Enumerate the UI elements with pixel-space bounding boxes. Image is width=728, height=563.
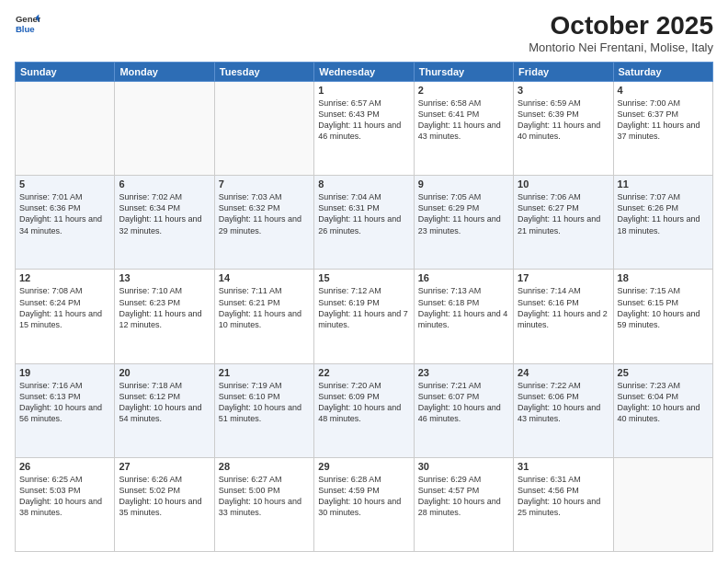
day-number: 26	[19, 461, 110, 472]
day-info: Sunrise: 7:23 AM Sunset: 6:04 PM Dayligh…	[618, 380, 709, 425]
day-number: 19	[19, 367, 110, 378]
table-row: 24Sunrise: 7:22 AM Sunset: 6:06 PM Dayli…	[514, 363, 613, 457]
table-row: 27Sunrise: 6:26 AM Sunset: 5:02 PM Dayli…	[115, 457, 214, 551]
day-number: 2	[418, 85, 509, 96]
day-number: 14	[219, 272, 310, 283]
day-number: 28	[219, 461, 310, 472]
logo: General Blue	[15, 11, 40, 37]
col-wednesday: Wednesday	[314, 63, 414, 82]
day-number: 29	[318, 461, 409, 472]
day-info: Sunrise: 7:15 AM Sunset: 6:15 PM Dayligh…	[618, 285, 709, 330]
day-info: Sunrise: 6:57 AM Sunset: 6:43 PM Dayligh…	[318, 98, 409, 143]
logo-icon: General Blue	[15, 11, 40, 37]
table-row: 22Sunrise: 7:20 AM Sunset: 6:09 PM Dayli…	[314, 363, 414, 457]
day-info: Sunrise: 7:06 AM Sunset: 6:27 PM Dayligh…	[518, 191, 609, 236]
table-row: 5Sunrise: 7:01 AM Sunset: 6:36 PM Daylig…	[16, 176, 115, 270]
col-friday: Friday	[514, 63, 613, 82]
table-row: 1Sunrise: 6:57 AM Sunset: 6:43 PM Daylig…	[314, 82, 414, 176]
day-info: Sunrise: 7:11 AM Sunset: 6:21 PM Dayligh…	[219, 285, 310, 330]
table-row: 14Sunrise: 7:11 AM Sunset: 6:21 PM Dayli…	[214, 270, 313, 363]
subtitle: Montorio Nei Frentani, Molise, Italy	[529, 40, 713, 54]
day-info: Sunrise: 7:05 AM Sunset: 6:29 PM Dayligh…	[418, 191, 509, 236]
calendar-week-row: 5Sunrise: 7:01 AM Sunset: 6:36 PM Daylig…	[16, 176, 713, 270]
day-info: Sunrise: 7:16 AM Sunset: 6:13 PM Dayligh…	[19, 380, 110, 425]
day-number: 10	[518, 178, 609, 190]
day-info: Sunrise: 7:22 AM Sunset: 6:06 PM Dayligh…	[518, 380, 609, 425]
day-number: 22	[318, 367, 409, 378]
day-info: Sunrise: 7:02 AM Sunset: 6:34 PM Dayligh…	[119, 191, 210, 236]
col-sunday: Sunday	[16, 63, 115, 82]
day-number: 16	[418, 272, 509, 283]
table-row: 2Sunrise: 6:58 AM Sunset: 6:41 PM Daylig…	[414, 82, 513, 176]
day-info: Sunrise: 7:08 AM Sunset: 6:24 PM Dayligh…	[19, 285, 110, 330]
day-info: Sunrise: 6:58 AM Sunset: 6:41 PM Dayligh…	[418, 98, 509, 143]
table-row: 8Sunrise: 7:04 AM Sunset: 6:31 PM Daylig…	[314, 176, 414, 270]
calendar-week-row: 1Sunrise: 6:57 AM Sunset: 6:43 PM Daylig…	[16, 82, 713, 176]
table-row: 11Sunrise: 7:07 AM Sunset: 6:26 PM Dayli…	[613, 176, 712, 270]
table-row: 4Sunrise: 7:00 AM Sunset: 6:37 PM Daylig…	[613, 82, 712, 176]
calendar-header-row: Sunday Monday Tuesday Wednesday Thursday…	[16, 63, 713, 82]
day-info: Sunrise: 6:59 AM Sunset: 6:39 PM Dayligh…	[518, 98, 609, 143]
day-number: 21	[219, 367, 310, 378]
table-row: 31Sunrise: 6:31 AM Sunset: 4:56 PM Dayli…	[514, 457, 613, 551]
day-info: Sunrise: 7:04 AM Sunset: 6:31 PM Dayligh…	[318, 191, 409, 236]
table-row: 12Sunrise: 7:08 AM Sunset: 6:24 PM Dayli…	[16, 270, 115, 363]
day-number: 5	[19, 178, 110, 190]
table-row: 19Sunrise: 7:16 AM Sunset: 6:13 PM Dayli…	[16, 363, 115, 457]
table-row: 6Sunrise: 7:02 AM Sunset: 6:34 PM Daylig…	[115, 176, 214, 270]
day-info: Sunrise: 7:12 AM Sunset: 6:19 PM Dayligh…	[318, 285, 409, 330]
day-number: 31	[518, 461, 609, 472]
day-info: Sunrise: 7:00 AM Sunset: 6:37 PM Dayligh…	[618, 98, 709, 143]
day-info: Sunrise: 6:29 AM Sunset: 4:57 PM Dayligh…	[418, 474, 509, 519]
table-row: 29Sunrise: 6:28 AM Sunset: 4:59 PM Dayli…	[314, 457, 414, 551]
day-info: Sunrise: 7:21 AM Sunset: 6:07 PM Dayligh…	[418, 380, 509, 425]
day-info: Sunrise: 6:26 AM Sunset: 5:02 PM Dayligh…	[119, 474, 210, 519]
table-row: 17Sunrise: 7:14 AM Sunset: 6:16 PM Dayli…	[514, 270, 613, 363]
table-row: 18Sunrise: 7:15 AM Sunset: 6:15 PM Dayli…	[613, 270, 712, 363]
day-number: 27	[119, 461, 210, 472]
day-number: 6	[119, 178, 210, 190]
month-title: October 2025	[529, 11, 713, 40]
day-number: 25	[618, 367, 709, 378]
col-thursday: Thursday	[414, 63, 513, 82]
day-number: 15	[318, 272, 409, 283]
day-number: 12	[19, 272, 110, 283]
table-row	[613, 457, 712, 551]
table-row: 15Sunrise: 7:12 AM Sunset: 6:19 PM Dayli…	[314, 270, 414, 363]
svg-text:Blue: Blue	[16, 24, 35, 34]
day-number: 20	[119, 367, 210, 378]
table-row: 16Sunrise: 7:13 AM Sunset: 6:18 PM Dayli…	[414, 270, 513, 363]
col-tuesday: Tuesday	[214, 63, 313, 82]
calendar-table: Sunday Monday Tuesday Wednesday Thursday…	[15, 62, 713, 552]
day-info: Sunrise: 6:31 AM Sunset: 4:56 PM Dayligh…	[518, 474, 609, 519]
day-number: 18	[618, 272, 709, 283]
table-row: 26Sunrise: 6:25 AM Sunset: 5:03 PM Dayli…	[16, 457, 115, 551]
day-info: Sunrise: 7:13 AM Sunset: 6:18 PM Dayligh…	[418, 285, 509, 330]
day-number: 8	[318, 178, 409, 190]
table-row	[16, 82, 115, 176]
table-row	[115, 82, 214, 176]
page: General Blue October 2025 Montorio Nei F…	[0, 0, 728, 563]
table-row: 3Sunrise: 6:59 AM Sunset: 6:39 PM Daylig…	[514, 82, 613, 176]
table-row: 23Sunrise: 7:21 AM Sunset: 6:07 PM Dayli…	[414, 363, 513, 457]
table-row: 25Sunrise: 7:23 AM Sunset: 6:04 PM Dayli…	[613, 363, 712, 457]
day-info: Sunrise: 7:07 AM Sunset: 6:26 PM Dayligh…	[618, 191, 709, 236]
col-monday: Monday	[115, 63, 214, 82]
day-number: 30	[418, 461, 509, 472]
day-number: 1	[318, 85, 409, 96]
table-row	[214, 82, 313, 176]
table-row: 21Sunrise: 7:19 AM Sunset: 6:10 PM Dayli…	[214, 363, 313, 457]
table-row: 10Sunrise: 7:06 AM Sunset: 6:27 PM Dayli…	[514, 176, 613, 270]
table-row: 7Sunrise: 7:03 AM Sunset: 6:32 PM Daylig…	[214, 176, 313, 270]
table-row: 30Sunrise: 6:29 AM Sunset: 4:57 PM Dayli…	[414, 457, 513, 551]
day-number: 7	[219, 178, 310, 190]
day-info: Sunrise: 7:18 AM Sunset: 6:12 PM Dayligh…	[119, 380, 210, 425]
table-row: 9Sunrise: 7:05 AM Sunset: 6:29 PM Daylig…	[414, 176, 513, 270]
table-row: 13Sunrise: 7:10 AM Sunset: 6:23 PM Dayli…	[115, 270, 214, 363]
col-saturday: Saturday	[613, 63, 712, 82]
day-info: Sunrise: 6:25 AM Sunset: 5:03 PM Dayligh…	[19, 474, 110, 519]
day-info: Sunrise: 7:14 AM Sunset: 6:16 PM Dayligh…	[518, 285, 609, 330]
day-info: Sunrise: 7:19 AM Sunset: 6:10 PM Dayligh…	[219, 380, 310, 425]
day-number: 24	[518, 367, 609, 378]
day-number: 11	[618, 178, 709, 190]
